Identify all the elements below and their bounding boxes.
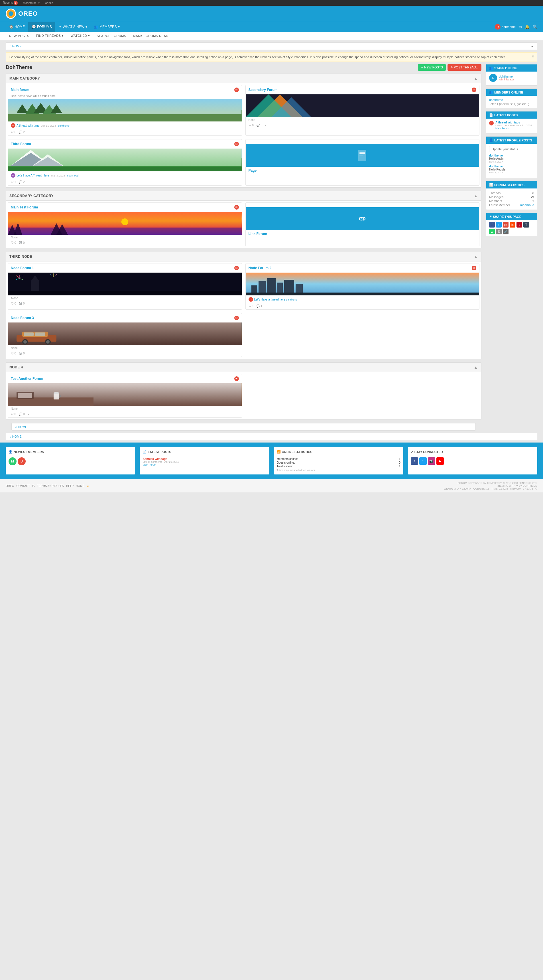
footer-latest-post: A thread with tags Latest: dohtheme · Ap… bbox=[143, 457, 266, 466]
latest-thread-node2[interactable]: Let's Have a thread here bbox=[254, 298, 285, 301]
forum-card-secondary-title[interactable]: Secondary Forum bbox=[249, 88, 278, 92]
post-thread-button[interactable]: ✎ POST THREAD... bbox=[448, 64, 481, 71]
nav-members[interactable]: 👥 MEMBERS ▾ bbox=[90, 22, 123, 32]
footer-breadcrumb-home[interactable]: ⌂ HOME bbox=[10, 435, 22, 438]
widget-members-header: 👥 MEMBERS ONLINE bbox=[486, 89, 537, 96]
members-total: Total: 1 (members: 1, guests: 0) bbox=[489, 103, 534, 106]
latest-thread-title[interactable]: A thread with tags bbox=[16, 124, 39, 127]
sub-nav-find-threads[interactable]: FIND THREADS ▾ bbox=[33, 32, 67, 40]
forum-stats-main: 🗨 6 💬 26 bbox=[8, 129, 242, 135]
category-title-secondary: SECONDARY CATEGORY bbox=[10, 194, 54, 198]
forum-card-node3-title[interactable]: Node Forum 3 bbox=[11, 316, 34, 320]
social-instagram[interactable]: 📷 bbox=[428, 457, 435, 465]
social-youtube[interactable]: ▶ bbox=[437, 457, 444, 465]
share-tumblr[interactable]: T bbox=[523, 222, 529, 228]
alerts-icon[interactable]: 🔔 bbox=[525, 24, 530, 29]
footer-link-help[interactable]: HELP bbox=[66, 484, 73, 488]
footer-link-terms[interactable]: TERMS AND RULES bbox=[37, 484, 64, 488]
forum-new-badge-test-another: ✉ bbox=[234, 376, 239, 381]
sub-nav-mark-read[interactable]: MARK FORUMS READ bbox=[130, 32, 172, 40]
forum-new-badge-node2: ✉ bbox=[472, 266, 476, 270]
footer-link-home[interactable]: HOME bbox=[76, 484, 84, 488]
svg-rect-21 bbox=[359, 155, 364, 155]
breadcrumb-home[interactable]: ⌂ HOME bbox=[10, 45, 22, 48]
nav-home[interactable]: 🏠 HOME bbox=[6, 22, 28, 32]
forum-link-label[interactable]: Link Forum bbox=[246, 230, 479, 237]
footer-post-title[interactable]: A thread with tags bbox=[143, 457, 266, 460]
sub-nav-watched[interactable]: WATCHED ▾ bbox=[67, 32, 94, 40]
share-pinterest[interactable]: p bbox=[516, 222, 522, 228]
admin-link[interactable]: Admin bbox=[45, 2, 53, 5]
category-collapse-secondary[interactable]: ▲ bbox=[474, 194, 478, 198]
notice-close-button[interactable]: ✕ bbox=[531, 54, 535, 59]
nav-whats-new[interactable]: ✦ WHAT'S NEW ▾ bbox=[55, 22, 90, 32]
stat-members-label: Members bbox=[489, 199, 502, 203]
svg-rect-17 bbox=[8, 167, 242, 171]
sub-nav-search-forums[interactable]: SEARCH FORUMS bbox=[94, 32, 130, 40]
reports-link[interactable]: Reports 1 bbox=[3, 1, 17, 5]
latest-thread-title-3[interactable]: Let's Have A Thread Here bbox=[16, 174, 49, 177]
share-email[interactable]: @ bbox=[496, 229, 502, 234]
share-reddit[interactable]: in bbox=[510, 222, 515, 228]
content-footer-breadcrumb: ⌂ HOME bbox=[11, 423, 476, 431]
members-username[interactable]: dohtheme bbox=[489, 98, 534, 102]
share-link[interactable]: 🔗 bbox=[503, 229, 508, 234]
forum-card-third-image bbox=[8, 148, 242, 171]
forum-card-node2-title[interactable]: Node Forum 2 bbox=[249, 266, 272, 270]
notice-bar: General styling of the notice container,… bbox=[6, 52, 537, 62]
share-whatsapp[interactable]: w bbox=[489, 229, 495, 234]
forum-new-badge: ✉ bbox=[234, 88, 239, 92]
nav-user[interactable]: D dohtheme bbox=[495, 24, 516, 30]
nav-forums[interactable]: 💬 FORUMS bbox=[28, 22, 55, 32]
stat-latest-value[interactable]: mahmoud bbox=[520, 203, 534, 207]
stat-arrow[interactable]: ▾ bbox=[265, 124, 267, 127]
social-twitter[interactable]: t bbox=[419, 457, 427, 465]
category-collapse-node4[interactable]: ▲ bbox=[474, 365, 478, 369]
forum-card-main-title[interactable]: Main forum bbox=[11, 88, 29, 92]
stat-m3: 💬 2 bbox=[19, 180, 24, 184]
staff-username[interactable]: dohtheme bbox=[499, 75, 514, 78]
forum-card-test-another-title[interactable]: Test Another Forum bbox=[11, 377, 43, 381]
category-collapse-third-node[interactable]: ▲ bbox=[474, 255, 478, 259]
share-twitter[interactable]: t bbox=[496, 222, 502, 228]
latest-thread-user[interactable]: dohtheme bbox=[58, 124, 70, 127]
latest-user-3[interactable]: mahmoud bbox=[67, 174, 78, 177]
social-facebook[interactable]: f bbox=[411, 457, 418, 465]
social-icon: ↗ bbox=[411, 450, 413, 453]
svg-rect-64 bbox=[18, 393, 32, 398]
forum-page-label[interactable]: Page bbox=[246, 167, 479, 174]
widget-profile-posts: 👤 LATEST PROFILE POSTS dohtheme Hello Ag… bbox=[486, 136, 537, 178]
footer-link-oreo[interactable]: OREO bbox=[6, 484, 14, 488]
status-input[interactable] bbox=[489, 146, 534, 152]
staff-role: Administrator bbox=[499, 78, 514, 81]
latest-post-forum[interactable]: Main Forum bbox=[495, 127, 532, 130]
stat-messages-value: 29 bbox=[531, 195, 534, 199]
forum-card-node1-title[interactable]: Node Forum 1 bbox=[11, 266, 34, 270]
search-icon[interactable]: 🔍 bbox=[532, 24, 537, 29]
profile-post-1: dohtheme Hello Again Dec 3, 2017 bbox=[489, 154, 534, 163]
stat-latest-label: Latest Member bbox=[489, 203, 510, 207]
share-facebook[interactable]: f bbox=[489, 222, 495, 228]
new-posts-button[interactable]: ✦ NEW POSTS bbox=[418, 64, 446, 71]
footer-post-forum[interactable]: Main Forum bbox=[143, 463, 266, 466]
forum-card-page-image bbox=[246, 144, 479, 167]
footer-avatar-d[interactable]: D bbox=[17, 457, 25, 465]
category-collapse-main[interactable]: ▲ bbox=[474, 76, 478, 81]
latest-post-title[interactable]: A thread with tags bbox=[495, 121, 532, 124]
forum-card-test-title[interactable]: Main Test Forum bbox=[11, 205, 38, 209]
footer-link-contact[interactable]: CONTACT US bbox=[16, 484, 35, 488]
moderator-link[interactable]: Moderator bbox=[23, 2, 36, 5]
profile-post-user-1[interactable]: dohtheme bbox=[489, 154, 534, 157]
reports-badge: 1 bbox=[14, 1, 17, 5]
forum-card-third-title[interactable]: Third Forum bbox=[11, 142, 31, 146]
logo-wrap[interactable]: OREO bbox=[6, 8, 38, 19]
widget-profile-posts-body: dohtheme Hello Again Dec 3, 2017 dohthem… bbox=[486, 144, 537, 178]
stat-dropdown[interactable]: ▾ bbox=[28, 413, 29, 416]
forum-card-node2-header: Node Forum 2 ✉ bbox=[246, 264, 479, 273]
footer-avatar-m[interactable]: M bbox=[8, 457, 16, 465]
sub-nav-new-posts[interactable]: NEW POSTS bbox=[6, 32, 33, 40]
share-googleplus[interactable]: g+ bbox=[503, 222, 508, 228]
messages-icon[interactable]: ✉ bbox=[519, 24, 522, 29]
profile-post-user-2[interactable]: dohtheme bbox=[489, 165, 534, 168]
content-footer-home[interactable]: ⌂ HOME bbox=[15, 425, 27, 428]
